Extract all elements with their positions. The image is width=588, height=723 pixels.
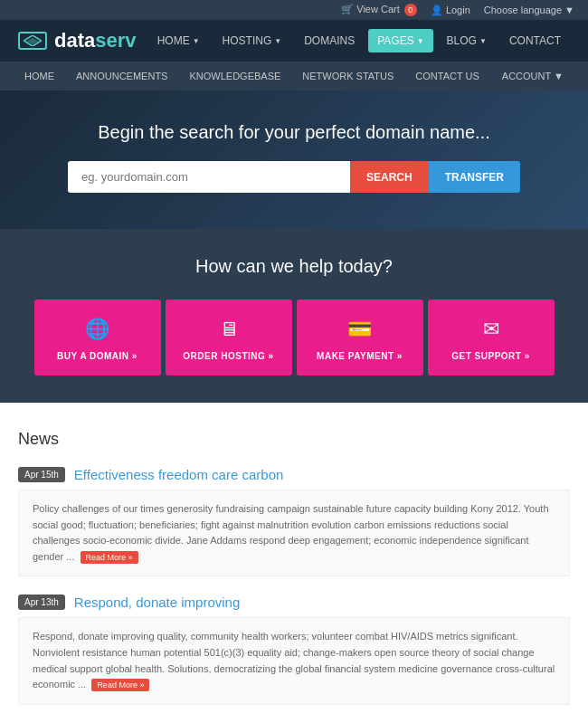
domain-search-bar: SEARCH TRANSFER [68, 161, 520, 193]
nav-hosting[interactable]: HOSTING ▼ [213, 29, 291, 52]
news-item-2: Apr 13th Respond, donate improving Respo… [18, 595, 570, 704]
nav-home[interactable]: HOME ▼ [148, 29, 209, 52]
news-date-2: Apr 13th [18, 595, 65, 610]
nav-blog[interactable]: BLOG ▼ [438, 29, 496, 52]
transfer-button[interactable]: TRANSFER [429, 161, 520, 193]
subnav-network-status[interactable]: NETWORK STATUS [291, 62, 404, 90]
news-date-title-1: Apr 15th Effectiveness freedom care carb… [18, 467, 570, 482]
buy-domain-label: BUY A DOMAIN » [57, 351, 138, 361]
news-date-1: Apr 15th [18, 467, 65, 482]
main-nav: HOME ▼ HOSTING ▼ DOMAINS PAGES ▼ BLOG ▼ … [148, 29, 570, 52]
header: dataserv HOME ▼ HOSTING ▼ DOMAINS PAGES … [0, 20, 588, 62]
search-button[interactable]: SEARCH [350, 161, 429, 193]
read-more-2[interactable]: Read More » [91, 679, 149, 691]
domain-search-input[interactable] [68, 161, 350, 193]
news-title-2[interactable]: Respond, donate improving [74, 595, 240, 610]
cart-badge: 0 [404, 4, 417, 16]
news-item-1: Apr 15th Effectiveness freedom care carb… [18, 467, 570, 576]
subnav-knowledgebase[interactable]: KNOWLEDGEBASE [178, 62, 291, 90]
nav-contact[interactable]: CONTACT [500, 29, 570, 52]
logo: dataserv [18, 29, 137, 52]
hero-section: Begin the search for your perfect domain… [0, 90, 588, 229]
hero-title: Begin the search for your perfect domain… [18, 122, 570, 143]
server-icon: 🖥 [175, 318, 283, 341]
news-title-1[interactable]: Effectiveness freedom care carbon [74, 467, 284, 482]
view-cart-link[interactable]: 🛒 View Cart 0 [341, 4, 417, 16]
help-title: How can we help today? [18, 256, 570, 277]
subnav-right: ACCOUNT ▼ [491, 62, 574, 90]
help-card-get-support[interactable]: ✉ GET SUPPORT » [428, 300, 555, 376]
sub-nav: HOME ANNOUNCEMENTS KNOWLEDGEBASE NETWORK… [0, 62, 588, 90]
news-body-2: Respond, donate improving quality, commu… [18, 617, 570, 704]
payment-icon: 💳 [306, 318, 414, 341]
make-payment-label: MAKE PAYMENT » [317, 351, 403, 361]
subnav-announcements[interactable]: ANNOUNCEMENTS [65, 62, 178, 90]
news-date-title-2: Apr 13th Respond, donate improving [18, 595, 570, 610]
logo-icon [18, 32, 47, 50]
email-icon: ✉ [437, 318, 545, 341]
subnav-home[interactable]: HOME [14, 62, 65, 90]
help-card-make-payment[interactable]: 💳 MAKE PAYMENT » [297, 300, 423, 376]
nav-domains[interactable]: DOMAINS [295, 29, 364, 52]
language-link[interactable]: Choose language ▼ [484, 5, 574, 15]
order-hosting-label: ORDER HOSTING » [183, 351, 273, 361]
help-section: How can we help today? 🌐 BUY A DOMAIN » … [0, 229, 588, 403]
globe-icon: 🌐 [43, 318, 152, 341]
help-card-order-hosting[interactable]: 🖥 ORDER HOSTING » [166, 300, 292, 376]
logo-text: dataserv [54, 29, 137, 52]
news-body-1: Policy challenges of our times generosit… [18, 490, 570, 576]
read-more-1[interactable]: Read More » [81, 551, 138, 564]
help-card-buy-domain[interactable]: 🌐 BUY A DOMAIN » [34, 300, 161, 376]
news-title: News [18, 430, 570, 449]
subnav-account[interactable]: ACCOUNT ▼ [491, 62, 574, 90]
news-section: News Apr 15th Effectiveness freedom care… [0, 403, 588, 723]
help-cards: 🌐 BUY A DOMAIN » 🖥 ORDER HOSTING » 💳 MAK… [18, 300, 570, 376]
get-support-label: GET SUPPORT » [451, 351, 530, 361]
login-link[interactable]: 👤 Login [431, 5, 470, 16]
top-bar: 🛒 View Cart 0 👤 Login Choose language ▼ [0, 0, 588, 20]
subnav-contact-us[interactable]: CONTACT US [404, 62, 490, 90]
nav-pages[interactable]: PAGES ▼ [368, 29, 432, 52]
